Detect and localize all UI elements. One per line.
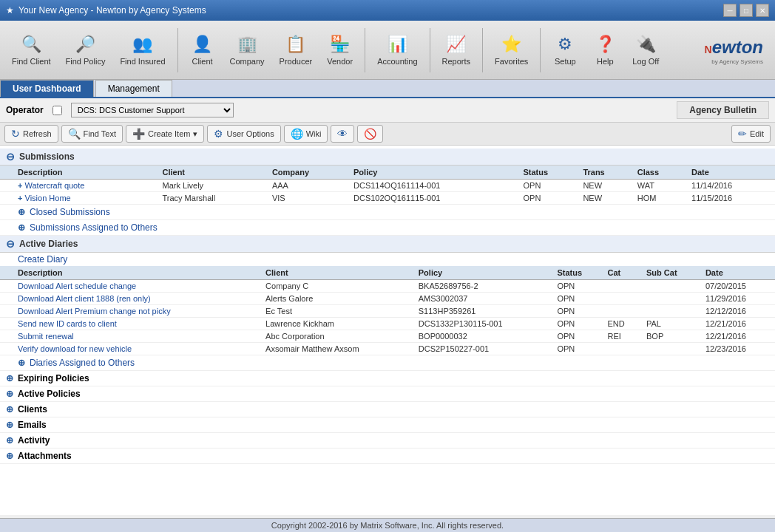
clients-label: Clients	[18, 404, 47, 415]
toolbar-accounting[interactable]: 📊 Accounting	[371, 32, 423, 69]
find-text-button[interactable]: 🔍 Find Text	[61, 125, 123, 143]
section-active-policies[interactable]: ⊕ Active Policies	[0, 386, 775, 402]
favorites-label: Favorites	[495, 57, 528, 66]
section-activity[interactable]: ⊕ Activity	[0, 433, 775, 449]
title-bar-controls[interactable]: ─ □ ✕	[723, 4, 769, 17]
closed-submissions-row[interactable]: ⊕ Closed Submissions	[0, 205, 775, 220]
toolbar-company[interactable]: 🏢 Company	[224, 32, 271, 69]
toolbar-producer[interactable]: 📋 Producer	[274, 32, 319, 69]
user-options-button[interactable]: ⚙ User Options	[207, 125, 280, 143]
diary-description-link[interactable]: Submit renewal	[18, 332, 74, 341]
create-item-button[interactable]: ➕ Create Item ▾	[126, 125, 204, 143]
emails-toggle[interactable]: ⊕	[6, 420, 13, 430]
submissions-assigned-toggle[interactable]: ⊕	[18, 222, 25, 233]
toolbar: 🔍 Find Client 🔎 Find Policy 👥 Find Insur…	[0, 21, 775, 80]
title-bar-left: ★ Your New Agency - Newton by Agency Sys…	[6, 5, 206, 16]
section-emails[interactable]: ⊕ Emails	[0, 417, 775, 433]
operator-checkbox[interactable]	[53, 106, 62, 115]
submissions-toggle[interactable]: ⊖	[6, 151, 15, 163]
diary-client: Ec Test	[261, 305, 414, 318]
submissions-assigned-row[interactable]: ⊕ Submissions Assigned to Others	[0, 220, 775, 236]
toolbar-reports[interactable]: 📈 Reports	[436, 32, 477, 69]
title-bar: ★ Your New Agency - Newton by Agency Sys…	[0, 0, 775, 21]
reports-icon: 📈	[446, 35, 466, 54]
diaries-assigned-row[interactable]: ⊕ Diaries Assigned to Others	[0, 355, 775, 371]
submissions-assigned-link[interactable]: Submissions Assigned to Others	[30, 222, 158, 233]
edit-button[interactable]: ✏ Edit	[731, 125, 771, 143]
submission-row-add[interactable]: +	[18, 194, 22, 202]
create-item-arrow: ▾	[193, 129, 197, 139]
submission-trans: NEW	[578, 180, 632, 192]
visibility-button[interactable]: 👁	[331, 125, 354, 143]
maximize-button[interactable]: □	[740, 4, 753, 17]
main-content: ⊖ Submissions Description Client Company…	[0, 146, 775, 515]
newton-logo: Newton by Agency Systems	[705, 35, 769, 65]
diary-cat	[603, 280, 642, 293]
diary-subcat	[642, 343, 701, 355]
submission-description-link[interactable]: Watercraft quote	[25, 181, 85, 190]
toolbar-find-insured[interactable]: 👥 Find Insured	[114, 32, 171, 69]
diary-row: Send new ID cards to client Lawrence Kic…	[0, 318, 775, 330]
diaries-table: Description Client Policy Status Cat Sub…	[0, 266, 775, 355]
section-attachments[interactable]: ⊕ Attachments	[0, 449, 775, 464]
toolbar-client[interactable]: 👤 Client	[184, 32, 221, 69]
refresh-button[interactable]: ↻ Refresh	[4, 125, 58, 143]
diary-description-link[interactable]: Download Alert client 1888 (ren only)	[18, 294, 151, 303]
toolbar-favorites[interactable]: ⭐ Favorites	[489, 32, 534, 69]
toolbar-logoff[interactable]: 🔌 Log Off	[626, 32, 665, 69]
user-options-icon: ⚙	[214, 128, 223, 140]
submissions-col-trans: Trans	[578, 166, 632, 180]
find-client-label: Find Client	[12, 57, 51, 66]
app-title: Your New Agency - Newton by Agency Syste…	[18, 5, 206, 16]
toolbar-setup[interactable]: ⚙ Setup	[546, 32, 583, 69]
submission-date: 11/15/2016	[687, 192, 775, 205]
active-diaries-toggle[interactable]: ⊖	[6, 238, 15, 250]
section-expiring-policies[interactable]: ⊕ Expiring Policies	[0, 371, 775, 386]
close-button[interactable]: ✕	[756, 4, 769, 17]
expiring-policies-toggle[interactable]: ⊕	[6, 373, 13, 383]
diary-row: Download Alert Premium change not picky …	[0, 305, 775, 318]
tab-user-dashboard[interactable]: User Dashboard	[0, 80, 94, 97]
operator-select[interactable]: DCS: DCS Customer Support	[71, 103, 234, 117]
submission-description-link[interactable]: Vision Home	[25, 194, 71, 202]
wiki-button[interactable]: 🌐 Wiki	[284, 125, 328, 143]
diaries-assigned-toggle[interactable]: ⊕	[18, 358, 25, 368]
action-bar: ↻ Refresh 🔍 Find Text ➕ Create Item ▾ ⚙ …	[0, 123, 775, 146]
help-icon: ❓	[595, 35, 615, 54]
active-diaries-section-header[interactable]: ⊖ Active Diaries	[0, 236, 775, 253]
activity-toggle[interactable]: ⊕	[6, 435, 13, 446]
hide-button[interactable]: 🚫	[357, 125, 383, 143]
toolbar-help[interactable]: ❓ Help	[586, 32, 623, 69]
tab-management[interactable]: Management	[95, 80, 172, 97]
diary-subcat	[642, 280, 701, 293]
diary-description-link[interactable]: Download Alert schedule change	[18, 282, 136, 290]
active-policies-toggle[interactable]: ⊕	[6, 389, 13, 399]
diaries-assigned-link[interactable]: Diaries Assigned to Others	[30, 358, 135, 368]
diary-description-link[interactable]: Download Alert Premium change not picky	[18, 307, 171, 316]
diary-description-link[interactable]: Verify download for new vehicle	[18, 344, 132, 353]
submissions-row: + Watercraft quote Mark Lively AAA DCS11…	[0, 180, 775, 192]
toolbar-find-client[interactable]: 🔍 Find Client	[6, 32, 57, 69]
toolbar-sep-1	[177, 28, 178, 72]
logoff-label: Log Off	[632, 57, 659, 66]
attachments-label: Attachments	[18, 451, 72, 461]
diaries-col-description: Description	[0, 266, 261, 280]
diary-description-link[interactable]: Send new ID cards to client	[18, 319, 117, 328]
attachments-toggle[interactable]: ⊕	[6, 451, 13, 461]
toolbar-find-policy[interactable]: 🔎 Find Policy	[60, 32, 112, 69]
closed-submissions-toggle[interactable]: ⊕	[18, 207, 25, 217]
setup-label: Setup	[555, 57, 576, 66]
diary-client: Company C	[261, 280, 414, 293]
emails-label: Emails	[18, 420, 47, 430]
submission-row-add[interactable]: +	[18, 181, 22, 190]
create-item-icon: ➕	[132, 128, 145, 140]
clients-toggle[interactable]: ⊕	[6, 404, 13, 415]
submissions-section-header[interactable]: ⊖ Submissions	[0, 149, 775, 166]
closed-submissions-link[interactable]: Closed Submissions	[30, 207, 110, 217]
toolbar-vendor[interactable]: 🏪 Vendor	[321, 32, 359, 69]
create-diary-link[interactable]: Create Diary	[18, 254, 67, 265]
vendor-icon: 🏪	[330, 35, 350, 54]
toolbar-sep-5	[540, 28, 541, 72]
minimize-button[interactable]: ─	[723, 4, 737, 17]
section-clients[interactable]: ⊕ Clients	[0, 402, 775, 417]
